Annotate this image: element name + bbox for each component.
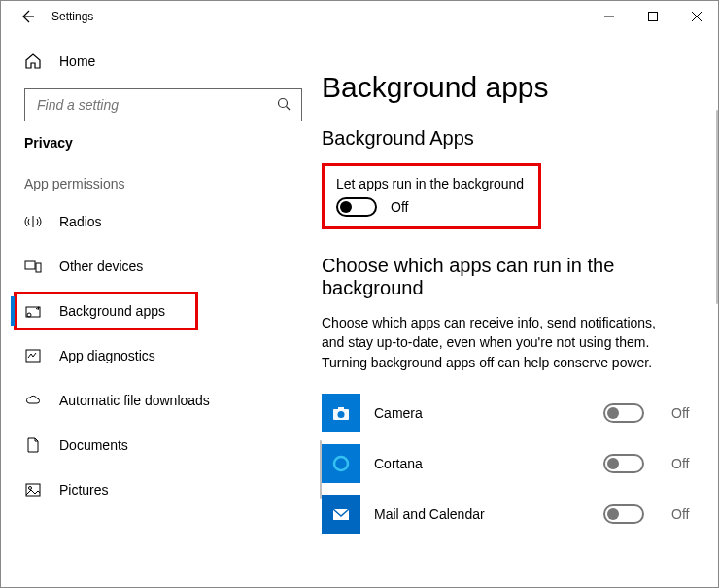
app-row-cortana: Cortana Off — [322, 438, 699, 489]
nav-item-label: Radios — [59, 214, 102, 229]
section-heading-choose-apps: Choose which apps can run in the backgro… — [322, 255, 699, 299]
nav-home[interactable]: Home — [1, 40, 322, 83]
window-controls — [587, 1, 718, 32]
nav-item-label: App diagnostics — [59, 348, 155, 363]
section-privacy-label: Privacy — [1, 135, 322, 151]
nav-background-apps[interactable]: Background apps — [11, 289, 201, 333]
nav-item-label: Background apps — [59, 303, 165, 319]
svg-rect-8 — [36, 263, 41, 272]
close-button[interactable] — [674, 1, 718, 32]
nav-app-diagnostics[interactable]: App diagnostics — [1, 333, 322, 378]
mail-icon — [322, 495, 360, 534]
svg-rect-9 — [26, 307, 40, 317]
nav-home-label: Home — [59, 53, 95, 69]
search-icon — [276, 96, 291, 115]
app-name: Cortana — [374, 456, 590, 471]
diagnostics-icon — [24, 347, 42, 364]
maximize-button[interactable] — [631, 1, 674, 32]
search-input[interactable] — [35, 96, 276, 114]
back-button[interactable] — [11, 1, 44, 32]
svg-rect-16 — [338, 407, 344, 410]
app-name: Mail and Calendar — [374, 506, 590, 522]
master-toggle-state: Off — [391, 199, 408, 215]
app-toggle-cortana[interactable] — [603, 454, 644, 473]
svg-point-17 — [334, 457, 348, 470]
master-toggle-highlight: Let apps run in the background Off — [322, 163, 541, 229]
app-toggle-state: Off — [671, 506, 699, 522]
titlebar: Settings — [1, 1, 718, 32]
app-row-mail-calendar: Mail and Calendar Off — [322, 489, 699, 539]
app-toggle-state: Off — [671, 405, 699, 421]
nav-other-devices[interactable]: Other devices — [1, 244, 322, 289]
svg-point-4 — [279, 98, 288, 107]
search-box[interactable] — [24, 88, 302, 121]
svg-point-15 — [338, 411, 345, 418]
nav-item-label: Other devices — [59, 259, 143, 274]
app-row-camera: Camera Off — [322, 388, 699, 438]
background-apps-icon — [24, 302, 42, 320]
master-toggle-label: Let apps run in the background — [336, 176, 527, 191]
nav-radios[interactable]: Radios — [1, 199, 322, 244]
svg-rect-1 — [648, 13, 657, 21]
radios-icon — [24, 213, 42, 230]
app-name: Camera — [374, 405, 590, 421]
main-panel: Background apps Background Apps Let apps… — [322, 32, 718, 587]
svg-rect-11 — [26, 350, 40, 362]
app-toggle-camera[interactable] — [603, 403, 644, 423]
svg-point-10 — [27, 313, 31, 317]
sidebar: Home Privacy App permissions Radios Othe… — [1, 32, 322, 587]
pictures-icon — [24, 481, 42, 499]
group-app-permissions-label: App permissions — [1, 176, 322, 191]
nav-automatic-file-downloads[interactable]: Automatic file downloads — [1, 378, 322, 423]
svg-rect-12 — [26, 484, 40, 496]
camera-icon — [322, 394, 360, 432]
svg-rect-7 — [25, 261, 35, 269]
nav-item-label: Documents — [59, 437, 128, 453]
master-toggle[interactable] — [336, 197, 377, 217]
nav-item-label: Pictures — [59, 482, 109, 498]
cloud-download-icon — [24, 392, 42, 409]
svg-line-5 — [287, 106, 291, 110]
window-title: Settings — [51, 10, 93, 23]
devices-icon — [24, 258, 42, 275]
main-scrollbar[interactable] — [716, 110, 718, 304]
section-description: Choose which apps can receive info, send… — [322, 313, 671, 372]
nav-item-label: Automatic file downloads — [59, 393, 210, 408]
minimize-button[interactable] — [587, 1, 631, 32]
documents-icon — [24, 436, 42, 454]
home-icon — [24, 52, 42, 70]
section-heading-background-apps: Background Apps — [322, 127, 699, 150]
app-toggle-mail-calendar[interactable] — [603, 504, 644, 524]
nav-documents[interactable]: Documents — [1, 423, 322, 467]
nav-pictures[interactable]: Pictures — [1, 467, 322, 512]
cortana-icon — [322, 444, 360, 483]
app-toggle-state: Off — [671, 456, 699, 471]
page-title: Background apps — [322, 71, 699, 104]
svg-point-13 — [29, 487, 32, 490]
